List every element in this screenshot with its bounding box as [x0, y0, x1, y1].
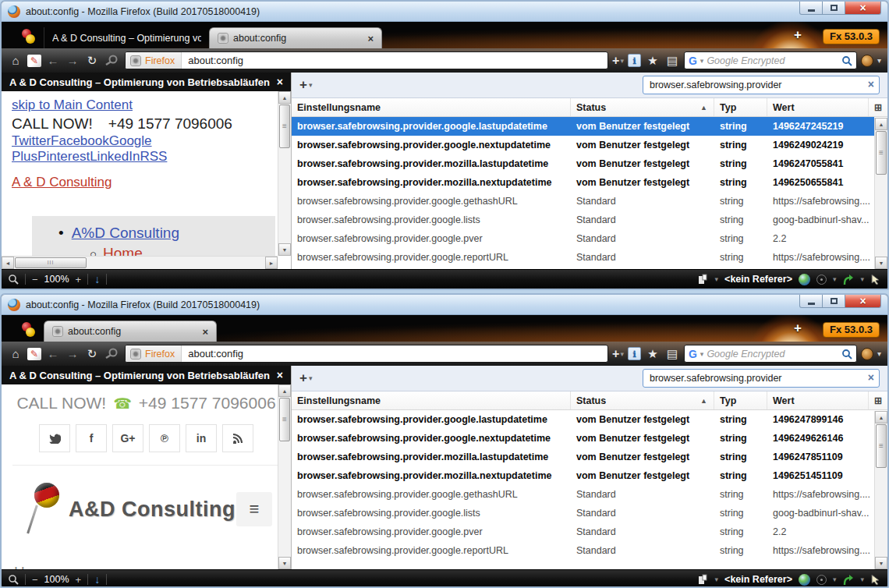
- facebook-icon[interactable]: f: [76, 424, 107, 452]
- greasemonkey-icon[interactable]: [861, 348, 873, 360]
- column-picker-icon[interactable]: ⊞: [869, 102, 887, 113]
- home-link[interactable]: Home: [14, 564, 280, 569]
- zoom-out-button[interactable]: −: [32, 275, 38, 285]
- web-search-input[interactable]: [707, 55, 838, 66]
- selection-tool-icon[interactable]: [104, 54, 121, 68]
- add-toolbar-button[interactable]: +▾: [612, 54, 624, 68]
- tab-about-config[interactable]: about:config ×: [44, 321, 217, 342]
- minimize-button[interactable]: [799, 2, 823, 15]
- extension-icon[interactable]: [22, 29, 37, 44]
- download-arrow-icon[interactable]: ↓: [94, 574, 100, 585]
- maximize-button[interactable]: [823, 295, 845, 308]
- titlebar[interactable]: about:config - Mozilla Firefox (Build 20…: [2, 295, 887, 315]
- cursor-icon[interactable]: [870, 574, 881, 586]
- engine-dropdown-icon[interactable]: ▾: [700, 350, 704, 358]
- brand-link[interactable]: A & D Consulting: [12, 175, 112, 190]
- sidebar-close-icon[interactable]: ×: [277, 369, 283, 381]
- target-dropdown-icon[interactable]: ▾: [833, 275, 837, 283]
- go-up-dropdown-icon[interactable]: ▾: [860, 576, 864, 583]
- clear-filter-icon[interactable]: ×: [868, 371, 874, 384]
- toolbar-overflow-icon[interactable]: ▾: [877, 349, 881, 358]
- config-row[interactable]: browser.safebrowsing.provider.google.get…: [292, 485, 874, 504]
- edit-pencil-icon[interactable]: ✎: [27, 348, 41, 360]
- cursor-icon[interactable]: [870, 274, 881, 285]
- sidebar-close-icon[interactable]: ×: [277, 76, 283, 88]
- fx-version-badge[interactable]: Fx 53.0.3: [823, 29, 880, 44]
- home-icon[interactable]: ⌂: [8, 348, 23, 360]
- config-row[interactable]: browser.safebrowsing.provider.google.las…: [292, 410, 874, 429]
- table-vertical-scrollbar[interactable]: ▲▼: [874, 118, 887, 269]
- config-filter-input[interactable]: [643, 76, 880, 94]
- urlbar-identity-box[interactable]: Firefox: [126, 52, 182, 69]
- tab-close-icon[interactable]: ×: [202, 326, 208, 338]
- home-icon[interactable]: ⌂: [8, 55, 23, 66]
- selection-tool-icon[interactable]: [104, 347, 121, 361]
- table-vertical-scrollbar[interactable]: ▲▼: [874, 411, 887, 569]
- config-row[interactable]: browser.safebrowsing.provider.google.lis…: [292, 504, 874, 522]
- reload-icon[interactable]: ↻: [84, 55, 100, 66]
- column-wert[interactable]: Wert: [767, 391, 869, 409]
- config-row[interactable]: browser.safebrowsing.provider.google.nex…: [292, 429, 874, 448]
- bookmark-star-icon[interactable]: ★: [645, 55, 661, 66]
- url-bar[interactable]: Firefox about:config: [125, 51, 608, 69]
- pages-dropdown-icon[interactable]: ▾: [715, 275, 719, 283]
- column-typ[interactable]: Typ: [714, 98, 767, 116]
- menu-toggle-button[interactable]: ≡: [236, 492, 272, 526]
- back-icon[interactable]: ←: [45, 348, 61, 360]
- config-row[interactable]: browser.safebrowsing.provider.mozilla.ne…: [292, 173, 874, 192]
- toolbar-overflow-icon[interactable]: ▾: [877, 56, 881, 65]
- config-row[interactable]: browser.safebrowsing.provider.mozilla.ne…: [292, 466, 874, 485]
- sidebar-vertical-scrollbar[interactable]: ▲▼: [278, 91, 291, 256]
- greasemonkey-icon[interactable]: [861, 55, 873, 67]
- search-magnifier-icon[interactable]: [841, 55, 852, 66]
- column-status[interactable]: Status ▲: [571, 98, 714, 116]
- new-tab-button[interactable]: +: [794, 27, 802, 43]
- clear-filter-icon[interactable]: ×: [868, 78, 874, 90]
- target-dropdown-icon[interactable]: ▾: [833, 576, 837, 583]
- download-arrow-icon[interactable]: ↓: [94, 274, 100, 285]
- zoom-out-button[interactable]: −: [32, 575, 38, 585]
- maximize-button[interactable]: [823, 2, 845, 15]
- zoom-in-button[interactable]: +: [76, 575, 82, 585]
- column-typ[interactable]: Typ: [714, 391, 767, 409]
- web-search-input[interactable]: [707, 349, 838, 360]
- social-links[interactable]: TwitterFacebookGoogle PlusPinterestLinke…: [12, 133, 275, 165]
- clipboard-icon[interactable]: ▤: [664, 348, 680, 360]
- new-tab-button[interactable]: +: [794, 321, 802, 336]
- minimize-button[interactable]: [799, 295, 823, 308]
- close-window-button[interactable]: ×: [845, 2, 881, 15]
- google-plus-icon[interactable]: G+: [112, 424, 143, 452]
- zoom-level[interactable]: 100%: [44, 274, 69, 285]
- fx-version-badge[interactable]: Fx 53.0.3: [823, 322, 880, 338]
- bookmark-star-icon[interactable]: ★: [645, 348, 661, 360]
- column-status[interactable]: Status ▲: [571, 391, 714, 409]
- twitter-icon[interactable]: [39, 424, 70, 452]
- proxy-globe-icon[interactable]: [799, 574, 810, 586]
- config-row[interactable]: browser.safebrowsing.provider.google.pve…: [292, 522, 874, 541]
- target-circle-icon[interactable]: [816, 575, 827, 585]
- column-einstellungsname[interactable]: Einstellungsname: [292, 98, 571, 116]
- add-toolbar-button[interactable]: +▾: [612, 347, 624, 361]
- config-row[interactable]: browser.safebrowsing.provider.google.rep…: [292, 248, 874, 267]
- clipboard-icon[interactable]: ▤: [664, 55, 680, 66]
- menu-item-ad-consulting[interactable]: A%D Consulting: [72, 225, 179, 242]
- status-magnifier-icon[interactable]: [8, 274, 19, 285]
- search-magnifier-icon[interactable]: [841, 349, 852, 360]
- pinterest-icon[interactable]: ℗: [149, 424, 180, 452]
- go-up-arrow-icon[interactable]: [842, 274, 854, 285]
- add-pref-button[interactable]: +▾: [299, 370, 312, 386]
- config-row[interactable]: browser.safebrowsing.provider.google.las…: [292, 117, 874, 136]
- config-row[interactable]: browser.safebrowsing.provider.google.nex…: [292, 136, 874, 154]
- extension-icon[interactable]: [22, 322, 37, 338]
- status-magnifier-icon[interactable]: [8, 574, 19, 585]
- search-box[interactable]: G ▾: [684, 345, 857, 363]
- urlbar-identity-box[interactable]: Firefox: [126, 345, 182, 362]
- page-info-icon[interactable]: ℹ: [628, 54, 641, 67]
- zoom-in-button[interactable]: +: [76, 275, 82, 285]
- titlebar[interactable]: about:config - Mozilla Firefox (Build 20…: [2, 2, 887, 22]
- page-info-icon[interactable]: ℹ: [628, 347, 641, 360]
- logo-text[interactable]: A&D Consulting: [69, 498, 236, 522]
- linkedin-icon[interactable]: in: [186, 424, 217, 452]
- back-icon[interactable]: ←: [45, 55, 61, 66]
- config-row[interactable]: browser.safebrowsing.provider.mozilla.la…: [292, 448, 874, 466]
